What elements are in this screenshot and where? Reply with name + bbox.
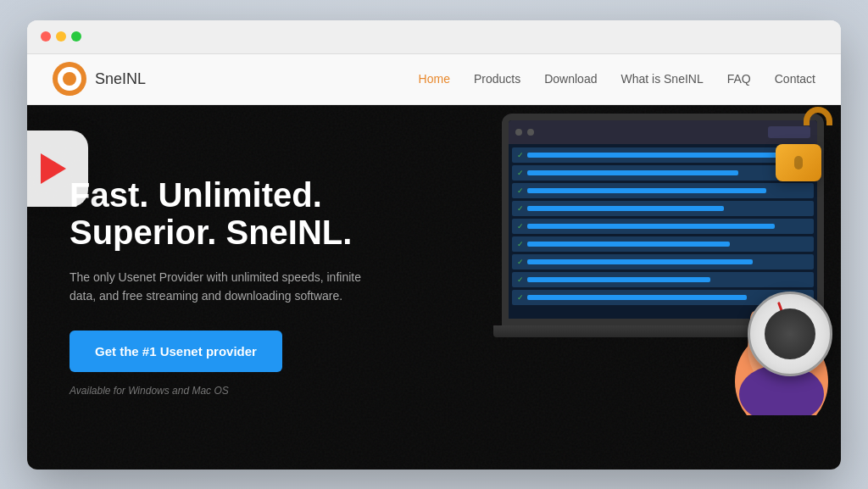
nav-products[interactable]: Products — [474, 72, 520, 86]
meter-inner — [765, 308, 815, 359]
progress-bar-2 — [527, 170, 738, 175]
nav-download[interactable]: Download — [544, 72, 597, 86]
progress-bar-3 — [527, 188, 766, 193]
svg-point-1 — [59, 69, 80, 89]
nav-what-is[interactable]: What is SneINL — [620, 72, 703, 86]
svg-point-3 — [57, 65, 70, 80]
speed-meter — [748, 292, 832, 376]
progress-bar-1 — [527, 153, 781, 158]
meter-circle — [748, 292, 832, 376]
logo-svg — [53, 62, 86, 96]
progress-bar-5 — [527, 224, 775, 229]
dot-close[interactable] — [41, 31, 51, 42]
progress-bar-8 — [527, 277, 710, 282]
logo: SneINL — [53, 62, 419, 96]
lock-keyhole — [794, 156, 803, 169]
svg-point-4 — [69, 65, 82, 80]
lock-shackle — [804, 107, 832, 125]
svg-point-0 — [54, 64, 85, 94]
browser-window: SneINL Home Products Download What is Sn… — [27, 20, 841, 470]
hero-subtitle: The only Usenet Provider with unlimited … — [70, 268, 375, 306]
download-row-6 — [512, 236, 814, 252]
lock-body — [776, 144, 821, 181]
cta-subtext: Available for Windows and Mac OS — [70, 385, 229, 397]
browser-dots — [41, 31, 81, 42]
download-row-4 — [512, 201, 814, 216]
toolbar-dot-2 — [527, 129, 534, 136]
floating-play-button — [27, 131, 88, 207]
nav-contact[interactable]: Contact — [775, 72, 815, 86]
dot-minimize[interactable] — [56, 31, 66, 42]
hero-section: Fast. Unlimited.Superior. SneINL. The on… — [27, 105, 841, 470]
nav-home[interactable]: Home — [419, 72, 450, 86]
dot-fullscreen[interactable] — [71, 31, 81, 42]
floating-lock — [765, 105, 832, 181]
progress-bar-4 — [527, 206, 724, 211]
svg-point-2 — [64, 73, 75, 85]
play-icon — [41, 153, 66, 184]
download-row-3 — [512, 183, 814, 198]
hero-title: Fast. Unlimited.Superior. SneINL. — [70, 176, 375, 251]
nav-faq[interactable]: FAQ — [727, 72, 751, 86]
toolbar-dot-1 — [515, 129, 522, 136]
browser-chrome — [27, 20, 841, 54]
logo-text: SneINL — [95, 70, 146, 88]
cta-button[interactable]: Get the #1 Usenet provider — [70, 331, 282, 372]
nav-links: Home Products Download What is SneINL FA… — [419, 72, 815, 86]
progress-bar-6 — [527, 242, 730, 247]
navbar: SneINL Home Products Download What is Sn… — [27, 54, 841, 105]
download-row-5 — [512, 219, 814, 234]
logo-icon — [53, 62, 86, 96]
